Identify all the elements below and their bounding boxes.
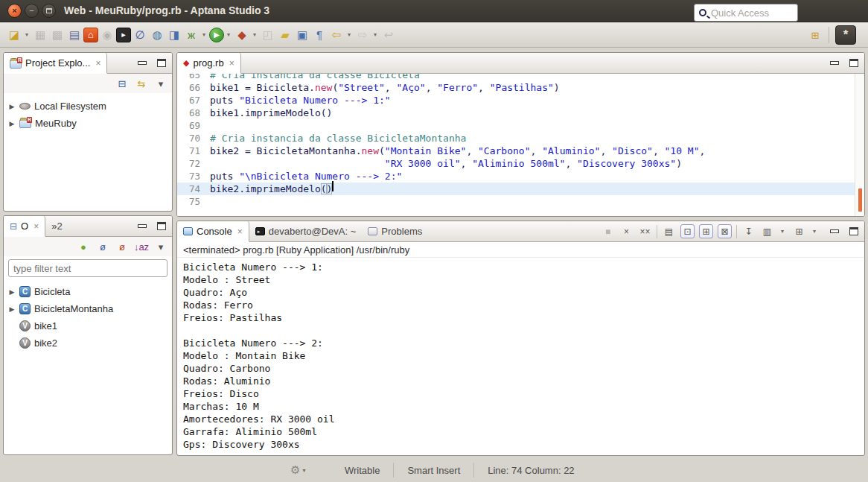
tree-item-meuruby[interactable]: ▶MeuRuby — [4, 115, 172, 132]
tree-item-local-filesystem[interactable]: ▶Local Filesystem — [4, 98, 172, 115]
code-line-65[interactable]: 65# Cria instancia da classe Bicicleta — [177, 74, 855, 81]
outline-item-bike1[interactable]: Vbike1 — [4, 317, 172, 334]
maximize-icon — [46, 8, 52, 13]
web-perspective-button[interactable]: * — [835, 25, 856, 45]
open-perspective-icon[interactable]: ⊞ — [808, 28, 822, 42]
quick-access-box[interactable]: Quick Access — [694, 4, 798, 22]
code-line-75[interactable]: 75 — [177, 195, 855, 208]
expand-arrow-icon[interactable]: ▶ — [8, 120, 16, 127]
close-icon[interactable]: × — [237, 226, 243, 237]
show-whitespace-icon[interactable]: ¶ — [311, 27, 328, 43]
code-line-71[interactable]: 71bike2 = BicicletaMontanha.new("Montain… — [177, 145, 855, 157]
tab-prog-rb[interactable]: ◆ prog.rb × — [177, 53, 241, 74]
code-line-67[interactable]: 67puts "Bicicleta Numero ---> 1:" — [177, 94, 855, 107]
code-line-72[interactable]: 72 "RX 3000 oil", "Aliminio 500ml", "Dis… — [177, 157, 855, 170]
format-disabled-icon[interactable]: ∅ — [132, 27, 148, 43]
tab-problems[interactable]: Problems — [362, 221, 428, 241]
minimize-view-button[interactable] — [830, 229, 839, 233]
print-icon[interactable]: ▤ — [66, 27, 83, 43]
code-line-73[interactable]: 73puts "\nBicicleta Numero ---> 2:" — [177, 170, 855, 183]
show-on-error-icon[interactable]: ⊠ — [718, 224, 732, 238]
gear-icon[interactable]: ⚙ — [290, 463, 300, 477]
focus-icon[interactable]: ● — [77, 240, 90, 253]
display-console-dropdown-icon[interactable]: ▾ — [779, 228, 786, 235]
expand-arrow-icon[interactable]: ▶ — [8, 305, 16, 313]
cursor-position-marker[interactable] — [858, 188, 862, 212]
outline-item-bicicletamontanha[interactable]: ▶CBicicletaMontanha — [4, 300, 172, 317]
code-text: # Cria instancia da classe BicicletaMont… — [210, 132, 466, 145]
remove-all-launches-icon[interactable]: ×× — [638, 224, 652, 238]
tab-console[interactable]: Console× — [177, 221, 249, 242]
tab-view-overflow[interactable]: »2 — [45, 216, 68, 236]
expand-arrow-icon[interactable]: ▶ — [8, 103, 16, 110]
tab-outline[interactable]: ⊟ O × — [4, 216, 45, 237]
hide-fields-icon[interactable]: ø — [96, 240, 109, 253]
external-tools-dropdown-icon[interactable]: ▾ — [251, 31, 258, 38]
code-line-74[interactable]: 74bike2.imprimeModelo() — [177, 183, 855, 195]
back-dropdown-icon[interactable]: ▾ — [345, 31, 353, 38]
run-icon[interactable]: ▶ — [209, 28, 224, 42]
scroll-lock-icon[interactable]: ⊡ — [680, 224, 695, 238]
block-selection-icon[interactable]: ▣ — [294, 27, 310, 43]
back-icon[interactable]: ⇦ — [328, 27, 345, 43]
code-line-66[interactable]: 66bike1 = Bicicleta.new("Street", "Aço",… — [177, 81, 855, 94]
new-wizard-icon[interactable]: ◪ — [6, 27, 22, 43]
minimize-view-button[interactable] — [138, 61, 147, 65]
code-editor[interactable]: 65# Cria instancia da classe Bicicleta66… — [177, 74, 864, 217]
gear-dropdown-icon[interactable]: ▾ — [300, 467, 307, 474]
window-close-button[interactable]: × — [7, 4, 22, 18]
maximize-view-button[interactable] — [849, 227, 858, 235]
display-console-icon[interactable]: ▥ — [760, 224, 774, 238]
line-number: 66 — [177, 81, 210, 94]
sort-icon[interactable]: ↓az — [135, 240, 148, 253]
highlighter-icon[interactable]: ▰ — [277, 27, 293, 43]
close-icon[interactable]: × — [95, 58, 100, 69]
minimize-view-button[interactable] — [138, 224, 147, 228]
console-output[interactable]: Bicicleta Numero ---> 1:Modelo : StreetQ… — [177, 258, 864, 451]
save-all-icon: ▩ — [49, 27, 66, 43]
code-line-68[interactable]: 68bike1.imprimeModelo() — [177, 107, 855, 119]
link-with-editor-icon[interactable]: ⇆ — [135, 77, 148, 90]
show-on-output-icon[interactable]: ⊞ — [699, 224, 713, 238]
outline-filter-input[interactable] — [8, 259, 167, 277]
view-menu-icon[interactable]: ▾ — [154, 240, 167, 253]
debug-dropdown-icon[interactable]: ▾ — [200, 31, 208, 38]
clear-console-icon[interactable]: ▤ — [662, 224, 676, 238]
view-menu-icon[interactable]: ▾ — [154, 77, 167, 90]
external-tools-icon[interactable]: ◆ — [234, 27, 250, 43]
code-line-69[interactable]: 69 — [177, 119, 855, 132]
remove-launch-icon[interactable]: × — [619, 224, 634, 238]
tab-devaberto-deva-[interactable]: ▸devaberto@DevA: ~ — [249, 221, 363, 241]
console-line: Gps: Discovery 300xs — [183, 438, 864, 451]
aptana-home-icon[interactable]: ⌂ — [83, 28, 98, 42]
window-minimize-button[interactable]: − — [25, 4, 39, 18]
close-icon[interactable]: × — [229, 58, 234, 69]
pin-console-icon[interactable]: ↧ — [741, 224, 756, 238]
console-line: Amortecedores: RX 3000 oil — [183, 413, 864, 425]
debug-icon[interactable]: ж — [183, 27, 200, 43]
minimize-view-button[interactable] — [830, 61, 839, 65]
open-console-dropdown-icon[interactable]: ▾ — [811, 228, 818, 235]
hide-local-types-icon[interactable]: ø — [115, 240, 129, 253]
maximize-view-button[interactable] — [157, 59, 166, 67]
browser-view-icon[interactable]: ◍ — [149, 27, 165, 43]
outline-item-bike2[interactable]: Vbike2 — [4, 334, 172, 352]
close-icon[interactable]: × — [33, 221, 39, 232]
new-wizard-dropdown-icon[interactable]: ▾ — [23, 31, 31, 38]
open-console-icon[interactable]: ⊞ — [792, 224, 806, 238]
forward-dropdown-icon[interactable]: ▾ — [371, 31, 379, 38]
maximize-view-button[interactable] — [157, 222, 166, 230]
expand-arrow-icon[interactable]: ▶ — [8, 288, 16, 296]
overview-ruler[interactable] — [855, 74, 864, 217]
console-tabs: Console×▸devaberto@DevA: ~Problems ■×××▤… — [177, 221, 864, 242]
line-number: 73 — [177, 170, 210, 183]
tab-project-explorer[interactable]: Project Explo... × — [4, 53, 107, 74]
terminal-icon[interactable]: ▸ — [116, 28, 131, 42]
compare-icon[interactable]: ◨ — [166, 27, 182, 43]
window-maximize-button[interactable] — [42, 4, 56, 18]
maximize-view-button[interactable] — [849, 59, 858, 67]
outline-item-bicicleta[interactable]: ▶CBicicleta — [4, 283, 172, 300]
code-line-70[interactable]: 70# Cria instancia da classe BicicletaMo… — [177, 132, 855, 145]
run-dropdown-icon[interactable]: ▾ — [225, 31, 232, 38]
collapse-all-icon[interactable]: ⊟ — [115, 77, 129, 90]
